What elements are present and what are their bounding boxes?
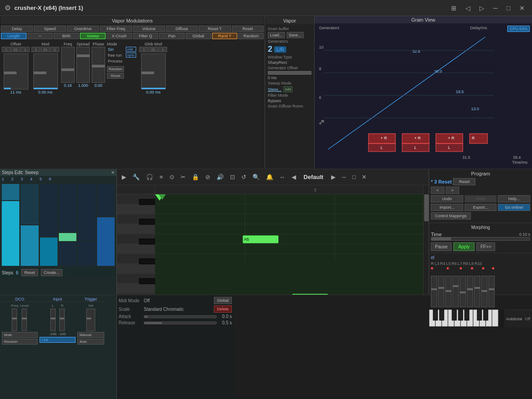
- filter-q-btn[interactable]: Filter Q: [133, 33, 159, 39]
- el-fader-8[interactable]: [481, 276, 488, 307]
- mute-btn[interactable]: Mute: [2, 332, 38, 338]
- sweep-btn[interactable]: Sweep: [80, 33, 106, 39]
- lr-btn[interactable]: ↔: [27, 33, 53, 39]
- undo-btn[interactable]: Undo: [431, 195, 463, 202]
- offset-slider[interactable]: [4, 54, 28, 90]
- pr-maximize-btn[interactable]: □: [350, 173, 358, 181]
- grid-icon[interactable]: ⊡: [228, 172, 237, 182]
- gen-offset-slider[interactable]: [268, 71, 311, 75]
- overdrive-btn[interactable]: Overdrive: [67, 26, 99, 32]
- step-cell[interactable]: [40, 238, 58, 266]
- headphones-icon[interactable]: 🎧: [144, 172, 155, 182]
- roll-area[interactable]: 2: [155, 185, 429, 295]
- next-btn[interactable]: ▷: [477, 4, 487, 13]
- pause-btn[interactable]: Pause: [431, 242, 452, 251]
- lock-icon[interactable]: 🔒: [190, 172, 201, 182]
- roll-scroll-bar[interactable]: [423, 185, 429, 295]
- step-cell[interactable]: [97, 184, 115, 216]
- delete-btn[interactable]: Delete: [214, 305, 232, 313]
- ff-btn[interactable]: FF>>: [476, 242, 495, 251]
- el-fader-3[interactable]: [445, 276, 452, 307]
- roll-scroll-thumb[interactable]: [424, 194, 429, 221]
- release-slider[interactable]: [144, 322, 217, 324]
- dco-level-fader[interactable]: [22, 309, 27, 331]
- speed-btn[interactable]: Speed: [34, 26, 66, 32]
- morphing-slider[interactable]: [431, 237, 530, 241]
- el-fader-6[interactable]: [467, 276, 473, 307]
- prev-btn[interactable]: ◁: [463, 4, 473, 13]
- xcrush-btn[interactable]: X-Crush: [106, 33, 132, 39]
- input-l-fader[interactable]: [50, 309, 56, 331]
- link-icon[interactable]: ⊙: [167, 172, 177, 182]
- list-icon[interactable]: ≡: [157, 172, 165, 182]
- global-btn2[interactable]: Global: [186, 33, 211, 39]
- maximize-btn[interactable]: □: [504, 4, 513, 13]
- el-fader-2[interactable]: [438, 276, 444, 307]
- trigger-vol-fader[interactable]: [86, 309, 95, 331]
- bell-icon[interactable]: 🔔: [264, 172, 275, 182]
- step-cell[interactable]: [59, 184, 76, 232]
- steps-close-btn[interactable]: ✕: [111, 170, 115, 175]
- random-mode-btn[interactable]: Random: [107, 66, 124, 72]
- help-btn[interactable]: Help...: [498, 195, 530, 202]
- attack-slider[interactable]: [144, 315, 217, 318]
- step-cell[interactable]: [78, 184, 95, 241]
- go-online-btn[interactable]: Go online!: [498, 204, 530, 211]
- save-btn[interactable]: Save...: [287, 32, 304, 38]
- random-btn2[interactable]: Random: [238, 33, 264, 39]
- program-prev-btn[interactable]: <: [431, 187, 444, 194]
- global-btn3[interactable]: Global: [214, 297, 232, 304]
- spread-slider[interactable]: [76, 47, 90, 83]
- note-a5[interactable]: A5: [243, 235, 279, 243]
- scissors-icon[interactable]: ✂: [178, 172, 188, 182]
- dco-freq-fader[interactable]: [12, 309, 17, 331]
- import-btn[interactable]: Import...: [431, 204, 463, 211]
- reset-btn[interactable]: Reset: [232, 26, 264, 32]
- mod-slider[interactable]: [33, 54, 58, 90]
- auto-btn[interactable]: Auto: [77, 339, 104, 345]
- steps-create-btn[interactable]: Create...: [41, 269, 63, 276]
- grid-view-btn[interactable]: ⊞: [448, 4, 459, 13]
- load-btn[interactable]: Load...: [268, 32, 285, 38]
- mode-sync-btn[interactable]: sync: [126, 53, 136, 58]
- birth-btn[interactable]: Birth: [53, 33, 79, 39]
- minimize-btn[interactable]: ─: [491, 4, 501, 13]
- step-cell[interactable]: [97, 217, 115, 266]
- step-cell[interactable]: [21, 184, 38, 224]
- el-fader-5[interactable]: [460, 276, 466, 307]
- step-cell[interactable]: [59, 233, 76, 241]
- undo-icon[interactable]: ↺: [239, 172, 248, 182]
- phase-slider[interactable]: [92, 47, 105, 83]
- el-fader-4[interactable]: [452, 276, 459, 307]
- pr-close2-btn[interactable]: ✕: [362, 174, 367, 180]
- step-cell[interactable]: [21, 225, 38, 266]
- link-btn[interactable]: Link: [40, 337, 75, 343]
- pr-prev-btn[interactable]: ◀: [289, 173, 298, 181]
- step-cell[interactable]: [40, 184, 58, 237]
- el-fader-7[interactable]: [474, 276, 480, 307]
- zoom-icon[interactable]: 🔍: [250, 172, 262, 182]
- reset-mode-btn[interactable]: Reset: [107, 73, 124, 79]
- resize-icon[interactable]: ↔: [277, 172, 288, 182]
- step-cell[interactable]: [2, 201, 19, 266]
- rand-t-btn[interactable]: Rand T: [212, 33, 238, 39]
- redo-btn[interactable]: Redo: [465, 195, 497, 202]
- control-mappings-btn[interactable]: Control Mappings: [431, 212, 471, 220]
- delay-btn[interactable]: Delay: [1, 26, 33, 32]
- close-btn[interactable]: ✕: [517, 4, 528, 13]
- diffuse-btn[interactable]: Diffuse: [166, 26, 198, 32]
- el-fader-9[interactable]: [488, 276, 495, 307]
- wrench-icon[interactable]: 🔧: [130, 172, 142, 182]
- steps-reset-btn[interactable]: Reset: [21, 269, 38, 276]
- note-e5[interactable]: E5: [292, 294, 328, 295]
- pr-close-btn[interactable]: ─: [340, 173, 348, 181]
- el-fader-1[interactable]: [431, 276, 437, 307]
- pr-next-btn[interactable]: ▶: [329, 173, 338, 181]
- step-cell[interactable]: [78, 242, 95, 266]
- input-r-fader[interactable]: [59, 309, 65, 331]
- length-btn[interactable]: Length: [1, 33, 27, 39]
- manual-btn[interactable]: Manual: [77, 332, 104, 338]
- step-cell[interactable]: [2, 184, 19, 200]
- random-dco-btn[interactable]: Random: [2, 339, 38, 345]
- program-next-btn[interactable]: >: [446, 187, 459, 194]
